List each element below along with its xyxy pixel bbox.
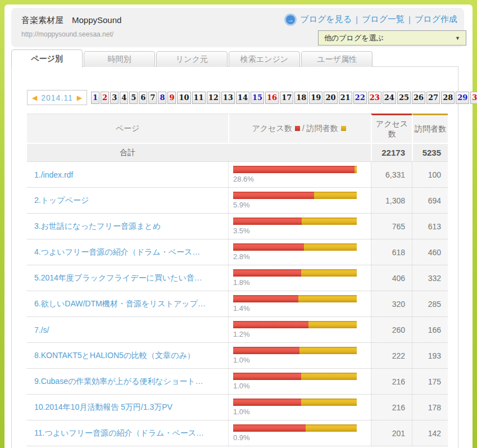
tab-search-engine[interactable]: 検索エンジン	[229, 51, 300, 67]
day-link-3[interactable]: 3	[110, 92, 119, 104]
day-link-15[interactable]: 15	[251, 92, 264, 104]
next-month-arrow-icon[interactable]: ▶	[77, 94, 82, 102]
tab-referrer[interactable]: リンク元	[156, 51, 228, 67]
link-create-blog[interactable]: ブログ作成	[415, 14, 457, 25]
page-title-cell: 11.つよいフリー音源の紹介（ドラム・ベース…	[27, 420, 228, 446]
page-link[interactable]: 6.欲しいDAW/DTM機材・音源をリストアップ…	[34, 299, 206, 309]
page-title-cell: 6.欲しいDAW/DTM機材・音源をリストアップ…	[27, 291, 228, 316]
day-link-28[interactable]: 28	[441, 92, 455, 104]
tab-user-attributes[interactable]: ユーザ属性	[301, 51, 372, 67]
visitors-count: 178	[412, 395, 448, 420]
page-link[interactable]: 3.お世話になったフリー音源まとめ	[34, 221, 161, 232]
day-link-4[interactable]: 4	[120, 92, 128, 104]
day-link-22[interactable]: 22	[353, 92, 367, 104]
day-link-26[interactable]: 26	[412, 92, 425, 104]
page-link[interactable]: 8.KONTAKT5とHALION5の比較（文章のみ）	[34, 351, 195, 361]
table-row: 8.KONTAKT5とHALION5の比較（文章のみ）1.0%222193	[27, 343, 448, 369]
access-percent: 1.2%	[233, 330, 371, 338]
visitors-count: 166	[412, 317, 448, 342]
bar-cell: 3.5%	[228, 214, 371, 239]
table-header-row: ページ アクセス数 / 訪問者数 アクセス数 訪問者数	[27, 114, 448, 143]
page-title-cell: 9.Cubaseの作業効率が上がる便利なショート…	[27, 369, 228, 394]
access-percent: 3.5%	[233, 227, 371, 235]
access-count: 618	[371, 239, 412, 265]
day-link-19[interactable]: 19	[309, 92, 322, 104]
day-link-1[interactable]: 1	[91, 92, 99, 104]
day-link-6[interactable]: 6	[139, 92, 147, 104]
tab-by-page[interactable]: ページ別	[11, 49, 83, 67]
page-link[interactable]: 2.トップページ	[34, 196, 89, 206]
page-link[interactable]: 11.つよいフリー音源の紹介（ドラム・ベース…	[34, 428, 204, 438]
day-link-13[interactable]: 13	[221, 92, 235, 104]
bar-cell: 1.0%	[228, 343, 371, 368]
page-link[interactable]: 10.2014年10月活動報告 5万円/1.3万PV	[34, 402, 172, 413]
access-percent: 28.6%	[233, 175, 371, 183]
day-link-8[interactable]: 8	[158, 92, 166, 104]
tab-by-hour[interactable]: 時間別	[84, 51, 155, 67]
dropdown-arrow-icon: ▼	[455, 35, 460, 41]
access-visitors-bar	[233, 424, 357, 432]
prev-month-arrow-icon[interactable]: ◀	[32, 94, 37, 102]
page-link[interactable]: 7./s/	[34, 325, 49, 334]
day-link-7[interactable]: 7	[148, 92, 157, 104]
visitors-count: 332	[412, 265, 448, 291]
day-link-20[interactable]: 20	[324, 92, 337, 104]
day-link-21[interactable]: 21	[339, 92, 352, 104]
day-link-27[interactable]: 27	[426, 92, 440, 104]
bar-cell: 5.9%	[228, 188, 371, 213]
day-link-30[interactable]: 30	[470, 92, 477, 104]
access-percent: 1.0%	[233, 356, 371, 364]
day-link-25[interactable]: 25	[397, 92, 411, 104]
day-link-5[interactable]: 5	[129, 92, 138, 104]
access-bar-segment	[233, 192, 314, 199]
page-link[interactable]: 9.Cubaseの作業効率が上がる便利なショート…	[34, 377, 203, 387]
total-access-count: 22173	[371, 144, 412, 161]
table-row: 5.2014年度ブラックフライデーに買いたい音…1.8%406332	[27, 265, 448, 291]
page-title-cell: 10.2014年10月活動報告 5万円/1.3万PV	[27, 395, 228, 420]
access-bar-segment	[233, 347, 299, 354]
table-row: 1./index.rdf28.6%6,331100	[27, 162, 448, 188]
blog-select-dropdown[interactable]: 他のブログを選ぶ ▼	[318, 30, 466, 46]
access-visitors-bar	[233, 166, 357, 173]
page-link[interactable]: 4.つよいフリー音源の紹介（ドラム・ベース…	[34, 247, 200, 257]
bar-cell: 1.2%	[228, 317, 371, 342]
day-link-2[interactable]: 2	[101, 92, 109, 104]
access-bar-segment	[233, 321, 308, 328]
link-blog-list[interactable]: ブログ一覧	[362, 14, 405, 25]
day-link-29[interactable]: 29	[456, 92, 469, 104]
visitors-count: 613	[412, 214, 448, 239]
access-percent: 5.9%	[233, 201, 371, 209]
page-link[interactable]: 1./index.rdf	[34, 170, 73, 179]
access-count: 1,308	[371, 188, 412, 213]
day-link-10[interactable]: 10	[177, 92, 190, 104]
visitors-bar-segment	[301, 373, 357, 380]
day-link-17[interactable]: 17	[280, 92, 293, 104]
page-title-cell: 8.KONTAKT5とHALION5の比較（文章のみ）	[27, 343, 228, 368]
page-title-cell: 1./index.rdf	[27, 162, 228, 187]
access-percent: 1.8%	[233, 278, 371, 287]
legend-separator: /	[302, 124, 305, 134]
visitors-bar-segment	[314, 192, 357, 199]
day-link-11[interactable]: 11	[192, 92, 206, 104]
bar-cell: 1.8%	[228, 265, 371, 291]
visitors-bar-segment	[304, 243, 357, 251]
access-visitors-bar	[233, 243, 357, 251]
day-link-12[interactable]: 12	[207, 92, 220, 104]
access-bar-segment	[233, 269, 301, 277]
column-header-legend: アクセス数 / 訪問者数	[228, 114, 371, 143]
access-visitors-bar	[233, 321, 357, 328]
day-link-16[interactable]: 16	[265, 92, 279, 104]
access-count: 6,331	[371, 162, 412, 187]
access-count: 201	[371, 420, 412, 446]
day-link-14[interactable]: 14	[236, 92, 249, 104]
access-bar-segment	[233, 295, 298, 302]
day-link-18[interactable]: 18	[294, 92, 308, 104]
day-link-23[interactable]: 23	[368, 92, 381, 104]
page-title-cell: 2.トップページ	[27, 188, 228, 213]
bar-cell: 2.8%	[228, 239, 371, 265]
page-link[interactable]: 5.2014年度ブラックフライデーに買いたい音…	[34, 273, 202, 283]
visitors-bar-segment	[355, 166, 357, 173]
day-link-24[interactable]: 24	[383, 92, 396, 104]
day-link-9[interactable]: 9	[167, 92, 176, 104]
link-view-blog[interactable]: ブログを見る	[300, 14, 352, 25]
